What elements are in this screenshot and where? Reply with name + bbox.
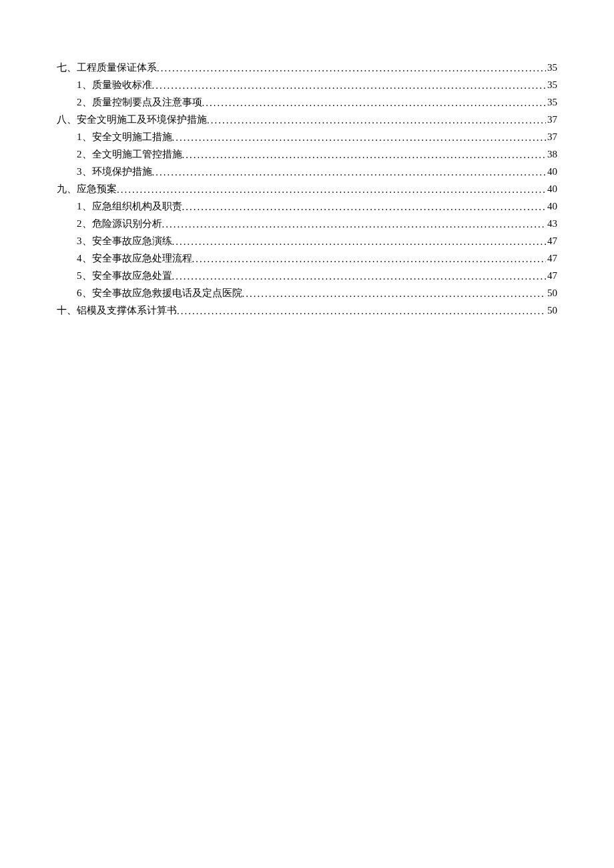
toc-page-number: 40 bbox=[546, 180, 557, 197]
toc-leader-dots bbox=[192, 250, 547, 268]
toc-label: 2、全文明施工管控措施 bbox=[77, 145, 182, 163]
document-page: 七、工程质量保证体系 35 1、质量验收标准 35 2、质量控制要点及注意事项 … bbox=[0, 0, 614, 319]
toc-entry: 1、质量验收标准 35 bbox=[77, 76, 557, 93]
toc-entry: 八、安全文明施工及环境保护措施 37 bbox=[57, 111, 557, 128]
toc-page-number: 38 bbox=[546, 145, 557, 163]
toc-label: 八、安全文明施工及环境保护措施 bbox=[57, 111, 207, 128]
toc-page-number: 35 bbox=[546, 93, 557, 111]
toc-entry: 1、安全文明施工措施 37 bbox=[77, 128, 557, 145]
toc-label: 3、环境保护措施 bbox=[77, 163, 152, 180]
toc-entry: 2、质量控制要点及注意事项 35 bbox=[77, 93, 557, 111]
toc-entry: 十、铝模及支撑体系计算书 50 bbox=[57, 302, 557, 319]
toc-leader-dots bbox=[242, 285, 547, 302]
toc-leader-dots bbox=[202, 94, 547, 111]
toc-leader-dots bbox=[172, 129, 547, 146]
toc-page-number: 47 bbox=[546, 267, 557, 284]
toc-leader-dots bbox=[207, 111, 546, 129]
toc-page-number: 37 bbox=[546, 128, 557, 145]
toc-label: 2、危险源识别分析 bbox=[77, 215, 162, 232]
toc-label: 5、安全事故应急处置 bbox=[77, 267, 172, 284]
toc-label: 4、安全事故应急处理流程 bbox=[77, 250, 192, 267]
toc-leader-dots bbox=[157, 59, 546, 77]
toc-page-number: 47 bbox=[546, 232, 557, 250]
toc-entry: 2、全文明施工管控措施 38 bbox=[77, 145, 557, 163]
toc-page-number: 35 bbox=[546, 59, 557, 76]
toc-page-number: 40 bbox=[546, 197, 557, 215]
toc-label: 九、应急预案 bbox=[57, 180, 117, 197]
toc-leader-dots bbox=[182, 198, 547, 215]
toc-leader-dots bbox=[172, 233, 547, 250]
toc-label: 十、铝模及支撑体系计算书 bbox=[57, 302, 177, 319]
toc-page-number: 43 bbox=[546, 215, 557, 232]
toc-label: 3、安全事故应急演练 bbox=[77, 232, 172, 250]
toc-label: 1、质量验收标准 bbox=[77, 76, 152, 93]
toc-entry: 6、安全事故应急救援电话及定点医院 50 bbox=[77, 284, 557, 302]
toc-page-number: 50 bbox=[546, 302, 557, 319]
toc-page-number: 40 bbox=[546, 163, 557, 180]
toc-entry: 3、环境保护措施 40 bbox=[77, 163, 557, 180]
toc-leader-dots bbox=[177, 302, 546, 320]
toc-leader-dots bbox=[162, 215, 547, 233]
toc-entry: 七、工程质量保证体系 35 bbox=[57, 59, 557, 76]
toc-label: 1、应急组织机构及职责 bbox=[77, 197, 182, 215]
toc-label: 2、质量控制要点及注意事项 bbox=[77, 93, 202, 111]
toc-page-number: 47 bbox=[546, 250, 557, 267]
toc-entry: 5、安全事故应急处置 47 bbox=[77, 267, 557, 284]
toc-page-number: 37 bbox=[546, 111, 557, 128]
toc-leader-dots bbox=[152, 77, 547, 94]
toc-leader-dots bbox=[182, 146, 547, 163]
toc-leader-dots bbox=[172, 268, 547, 285]
toc-page-number: 50 bbox=[546, 284, 557, 302]
toc-leader-dots bbox=[152, 163, 547, 181]
toc-label: 6、安全事故应急救援电话及定点医院 bbox=[77, 284, 242, 302]
toc-entry: 1、应急组织机构及职责 40 bbox=[77, 197, 557, 215]
toc-entry: 2、危险源识别分析 43 bbox=[77, 215, 557, 232]
table-of-contents: 七、工程质量保证体系 35 1、质量验收标准 35 2、质量控制要点及注意事项 … bbox=[57, 59, 557, 319]
toc-label: 1、安全文明施工措施 bbox=[77, 128, 172, 145]
toc-label: 七、工程质量保证体系 bbox=[57, 59, 157, 76]
toc-page-number: 35 bbox=[546, 76, 557, 93]
toc-entry: 4、安全事故应急处理流程 47 bbox=[77, 250, 557, 267]
toc-entry: 3、安全事故应急演练 47 bbox=[77, 232, 557, 250]
toc-entry: 九、应急预案 40 bbox=[57, 180, 557, 197]
toc-leader-dots bbox=[117, 181, 546, 198]
